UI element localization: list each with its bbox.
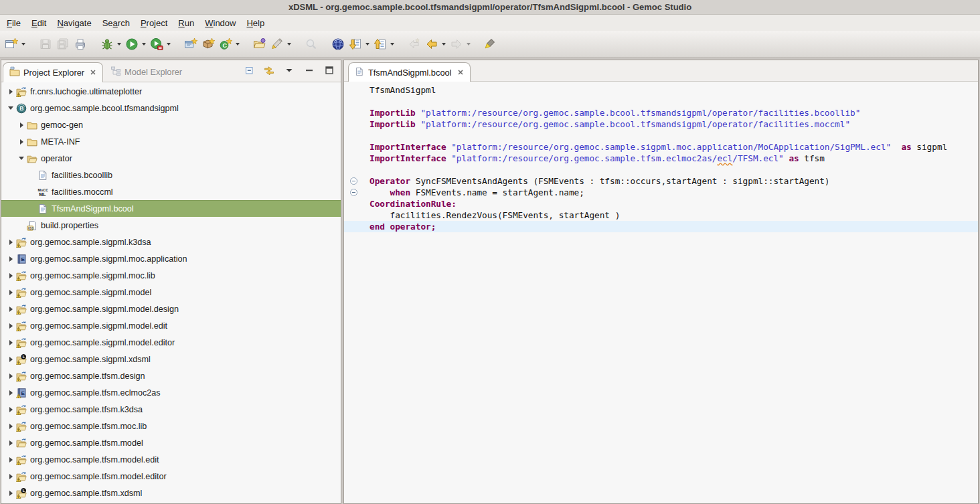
tree-item[interactable]: Borg.gemoc.sample.bcool.tfsmandsigpml bbox=[1, 100, 341, 116]
expand-arrow[interactable] bbox=[5, 491, 16, 496]
code-editor[interactable]: TfsmAndSigpmlImportLib "platform:/resour… bbox=[344, 82, 978, 503]
view-menu-button[interactable] bbox=[283, 66, 295, 78]
menu-project[interactable]: Project bbox=[135, 16, 173, 30]
next-annotation-button[interactable] bbox=[347, 35, 364, 53]
code-line[interactable]: ImportLib "platform:/resource/org.gemoc.… bbox=[344, 107, 978, 118]
tree-item[interactable]: 010build.properties bbox=[1, 217, 341, 234]
tree-item[interactable]: org.gemoc.sample.sigpml.k3dsa bbox=[1, 234, 341, 250]
close-icon[interactable] bbox=[457, 68, 464, 78]
view-tab-project-explorer[interactable]: Project Explorer bbox=[3, 62, 103, 82]
code-line[interactable] bbox=[344, 96, 978, 107]
run-button[interactable] bbox=[123, 35, 141, 53]
web-browser-button[interactable] bbox=[329, 35, 347, 53]
tree-item[interactable]: gemoc-gen bbox=[1, 116, 341, 133]
expand-arrow[interactable] bbox=[5, 273, 16, 278]
code-line[interactable]: TfsmAndSigpml bbox=[344, 84, 978, 96]
expand-arrow[interactable] bbox=[5, 256, 16, 262]
tree-item[interactable]: TfsmAndSigpml.bcool bbox=[1, 200, 341, 217]
fold-collapse-icon[interactable] bbox=[350, 177, 357, 185]
open-wizard-button[interactable] bbox=[251, 35, 268, 53]
project-tree[interactable]: fr.cnrs.luchogie.ultimateplotterBorg.gem… bbox=[1, 82, 341, 503]
new-class-dropdown-arrow[interactable] bbox=[236, 43, 240, 46]
expand-arrow[interactable] bbox=[16, 122, 27, 128]
expand-arrow[interactable] bbox=[5, 457, 16, 463]
tree-item[interactable]: org.gemoc.sample.tfsm.model.editor bbox=[1, 468, 341, 485]
new-class-button[interactable]: C bbox=[217, 35, 234, 53]
code-line[interactable]: facilities.RendezVous(FSMEvents, startAg… bbox=[344, 209, 978, 221]
debug-button[interactable] bbox=[98, 35, 116, 53]
menu-window[interactable]: Window bbox=[199, 16, 241, 30]
tree-item[interactable]: org.gemoc.sample.tfsm.k3dsa bbox=[1, 401, 341, 418]
brush-dropdown-arrow[interactable] bbox=[287, 43, 291, 46]
menu-edit[interactable]: Edit bbox=[26, 16, 52, 30]
new-wizard-dropdown-arrow[interactable] bbox=[21, 43, 25, 46]
debug-dropdown-arrow[interactable] bbox=[117, 43, 121, 46]
expand-arrow[interactable] bbox=[5, 440, 16, 446]
tree-item[interactable]: Lorg.gemoc.sample.sigpml.xdsml bbox=[1, 351, 341, 367]
expand-arrow[interactable] bbox=[16, 139, 27, 145]
code-line[interactable]: ImportLib "platform:/resource/org.gemoc.… bbox=[344, 118, 978, 130]
link-with-editor-button[interactable] bbox=[263, 66, 275, 78]
expand-arrow[interactable] bbox=[5, 290, 16, 295]
expand-arrow[interactable] bbox=[5, 106, 16, 110]
collapse-all-button[interactable] bbox=[243, 66, 255, 78]
previous-annotation-button[interactable] bbox=[372, 35, 389, 53]
code-line[interactable] bbox=[344, 164, 978, 175]
expand-arrow[interactable] bbox=[5, 373, 16, 379]
expand-arrow[interactable] bbox=[5, 89, 16, 94]
menu-help[interactable]: Help bbox=[241, 16, 270, 30]
new-wizard-button[interactable] bbox=[3, 35, 20, 53]
tree-item[interactable]: org.gemoc.sample.tfsm.model.edit bbox=[1, 451, 341, 468]
tree-item[interactable]: org.gemoc.sample.tfsm.design bbox=[1, 367, 341, 384]
tree-item[interactable]: facilities.bcoollib bbox=[1, 167, 341, 183]
expand-arrow[interactable] bbox=[16, 157, 27, 160]
expand-arrow[interactable] bbox=[5, 424, 16, 429]
tree-item[interactable]: org.gemoc.sample.tfsm.model bbox=[1, 434, 341, 451]
menu-run[interactable]: Run bbox=[173, 16, 199, 30]
code-line[interactable]: CoordinationRule: bbox=[344, 198, 978, 209]
tree-item[interactable]: org.gemoc.sample.sigpml.model.edit bbox=[1, 317, 341, 334]
menu-navigate[interactable]: Navigate bbox=[52, 16, 96, 30]
run-last-dropdown-arrow[interactable] bbox=[167, 43, 171, 46]
maximize-button[interactable] bbox=[323, 66, 335, 78]
tree-item[interactable]: org.gemoc.sample.sigpml.moc.lib bbox=[1, 267, 341, 284]
tree-item[interactable]: org.gemoc.sample.tfsm.moc.lib bbox=[1, 418, 341, 434]
tree-item[interactable]: Lorg.gemoc.sample.tfsm.xdsml bbox=[1, 485, 341, 501]
view-tab-model-explorer[interactable]: Model Explorer bbox=[104, 62, 188, 82]
code-line[interactable]: ImportInterface "platform:/resource/org.… bbox=[344, 153, 978, 164]
expand-arrow[interactable] bbox=[5, 407, 16, 412]
code-line[interactable]: Operator SyncFSMEventsAndAgents (FSMEven… bbox=[344, 175, 978, 187]
expand-arrow[interactable] bbox=[5, 357, 16, 362]
fold-collapse-icon[interactable] bbox=[350, 189, 357, 196]
next-annotation-dropdown-arrow[interactable] bbox=[365, 43, 370, 46]
minimize-button[interactable] bbox=[303, 66, 315, 78]
expand-arrow[interactable] bbox=[5, 390, 16, 396]
tree-item[interactable]: org.gemoc.sample.sigpml.model.editor bbox=[1, 334, 341, 351]
menu-file[interactable]: File bbox=[1, 16, 26, 30]
code-line[interactable]: when FSMEvents.name = startAgent.name; bbox=[344, 187, 978, 198]
tree-item[interactable]: org.gemoc.sample.sigpml.model bbox=[1, 284, 341, 301]
previous-annotation-dropdown-arrow[interactable] bbox=[390, 43, 394, 46]
back-dropdown-arrow[interactable] bbox=[442, 43, 446, 46]
menu-search[interactable]: Search bbox=[97, 16, 135, 30]
expand-arrow[interactable] bbox=[5, 307, 16, 312]
code-line[interactable]: ImportInterface "platform:/resource/org.… bbox=[344, 141, 978, 153]
editor-tab-tfsmandsigpml.bcool[interactable]: TfsmAndSigpml.bcool bbox=[348, 62, 471, 82]
print-button[interactable] bbox=[72, 35, 89, 53]
expand-arrow[interactable] bbox=[5, 240, 16, 245]
expand-arrow[interactable] bbox=[5, 323, 16, 329]
tree-item[interactable]: operator bbox=[1, 150, 341, 167]
expand-arrow[interactable] bbox=[5, 474, 16, 479]
run-last-button[interactable] bbox=[148, 35, 165, 53]
tree-item[interactable]: org.gemoc.sample.sigpml.model.design bbox=[1, 301, 341, 317]
highlight-marker-button[interactable] bbox=[482, 35, 499, 53]
tree-item[interactable]: Eorg.gemoc.sample.sigpml.moc.application bbox=[1, 250, 341, 267]
new-package-button[interactable] bbox=[199, 35, 217, 53]
tree-item[interactable]: fr.cnrs.luchogie.ultimateplotter bbox=[1, 83, 341, 100]
tree-item[interactable]: META-INF bbox=[1, 133, 341, 150]
code-line-current[interactable]: end operator; bbox=[344, 221, 978, 232]
new-modeling-project-button[interactable] bbox=[182, 35, 199, 53]
tree-item[interactable]: MoCCMLfacilities.moccml bbox=[1, 183, 341, 200]
expand-arrow[interactable] bbox=[5, 340, 16, 345]
tree-item[interactable]: Eorg.gemoc.sample.tfsm.eclmoc2as bbox=[1, 384, 341, 401]
